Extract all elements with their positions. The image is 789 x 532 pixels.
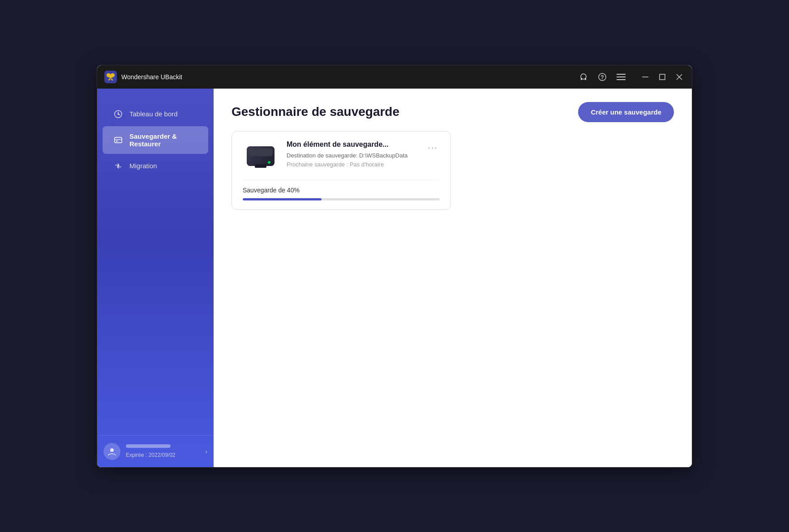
backup-card: Mon élément de sauvegarde... Destination… (232, 131, 451, 210)
svg-point-23 (268, 161, 270, 164)
svg-rect-22 (255, 164, 266, 168)
sidebar-footer[interactable]: Expirée : 2022/09/02 › (97, 435, 214, 467)
progress-label: Sauvegarde de 40% (243, 187, 440, 194)
user-info: Expirée : 2022/09/02 (126, 444, 200, 459)
sidebar-label-tableau-de-bord: Tableau de bord (129, 110, 178, 118)
minimize-button[interactable] (640, 72, 651, 82)
svg-rect-15 (115, 137, 122, 143)
svg-rect-3 (585, 78, 586, 80)
backup-restore-icon (113, 135, 123, 145)
svg-rect-10 (660, 74, 665, 80)
drive-icon (243, 140, 279, 172)
title-bar: Wondershare UBackit ? (97, 65, 692, 89)
svg-rect-2 (581, 78, 582, 80)
svg-point-18 (110, 448, 114, 452)
backup-progress-section: Sauvegarde de 40% (243, 180, 440, 200)
user-expire: Expirée : 2022/09/02 (126, 452, 176, 458)
app-logo (104, 71, 117, 83)
backup-card-top: Mon élément de sauvegarde... Destination… (243, 140, 440, 172)
create-backup-button[interactable]: Créer une sauvegarde (578, 102, 674, 122)
svg-rect-17 (116, 140, 118, 141)
sidebar-nav: Tableau de bord Sauvegarder & Restaurer (97, 89, 214, 435)
backup-name: Mon élément de sauvegarde... (287, 140, 418, 149)
svg-text:?: ? (600, 74, 604, 81)
title-bar-right: ? (578, 72, 685, 82)
sidebar-label-sauvegarder-restaurer: Sauvegarder & Restaurer (129, 132, 197, 148)
dashboard-icon (113, 109, 123, 119)
title-bar-left: Wondershare UBackit (104, 71, 182, 83)
migration-icon (113, 161, 123, 171)
progress-bar-background (243, 198, 440, 200)
svg-point-14 (118, 113, 119, 115)
backup-menu-button[interactable]: ··· (426, 140, 440, 154)
close-button[interactable] (674, 72, 685, 82)
headset-icon[interactable] (578, 72, 589, 82)
app-title: Wondershare UBackit (121, 73, 182, 81)
backup-schedule: Prochaine sauvegarde : Pas d'horaire (287, 161, 418, 168)
sidebar-item-migration[interactable]: Migration (103, 155, 208, 177)
backup-info: Mon élément de sauvegarde... Destination… (287, 140, 418, 168)
main-layout: Tableau de bord Sauvegarder & Restaurer (97, 89, 692, 467)
sidebar-label-migration: Migration (129, 162, 157, 170)
maximize-button[interactable] (657, 72, 668, 82)
content-header: Gestionnaire de sauvegarde Créer une sau… (214, 89, 692, 131)
backup-destination: Destination de sauvegarde: D:\WSBackupDa… (287, 152, 418, 159)
content-area: Gestionnaire de sauvegarde Créer une sau… (214, 89, 692, 467)
sidebar-footer-arrow-icon: › (205, 448, 207, 455)
sidebar-item-tableau-de-bord[interactable]: Tableau de bord (103, 103, 208, 125)
user-name-bar (126, 444, 171, 448)
window-controls (640, 72, 685, 82)
page-title: Gestionnaire de sauvegarde (232, 105, 399, 119)
svg-rect-21 (249, 148, 273, 156)
menu-icon[interactable] (616, 72, 626, 82)
progress-bar-fill (243, 198, 322, 200)
sidebar: Tableau de bord Sauvegarder & Restaurer (97, 89, 214, 467)
avatar (103, 443, 120, 460)
help-icon[interactable]: ? (597, 72, 608, 82)
content-body: Mon élément de sauvegarde... Destination… (214, 131, 692, 467)
title-bar-icons: ? (578, 72, 626, 82)
sidebar-item-sauvegarder-restaurer[interactable]: Sauvegarder & Restaurer (103, 126, 208, 154)
